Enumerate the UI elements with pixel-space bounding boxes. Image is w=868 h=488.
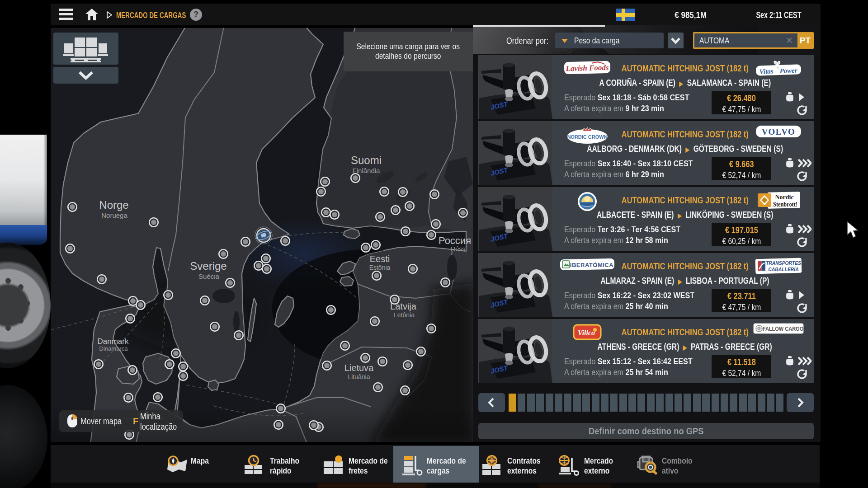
svg-text:CABALLERÍA: CABALLERÍA (768, 266, 798, 272)
svg-text:TRANSPORTES: TRANSPORTES (766, 260, 802, 266)
svg-text:Noruega: Noruega (101, 211, 127, 219)
svg-text:FALLOW CARGO: FALLOW CARGO (763, 325, 803, 332)
svg-text:Stenbrott!: Stenbrott! (773, 201, 797, 208)
svg-text:Finlândia: Finlândia (353, 167, 381, 174)
svg-text:Suomi: Suomi (351, 154, 382, 166)
svg-text:Nordic: Nordic (775, 194, 793, 201)
svg-text:Rúss: Rúss (451, 245, 465, 253)
svg-text:Power: Power (779, 67, 797, 75)
svg-text:Letônia: Letônia (394, 311, 415, 319)
svg-text:Dinamarca: Dinamarca (99, 345, 128, 352)
svg-text:Lietuva: Lietuva (344, 363, 374, 373)
svg-text:Vitas: Vitas (759, 67, 774, 75)
svg-text:Sverige: Sverige (190, 260, 226, 272)
svg-text:Suécia: Suécia (198, 272, 220, 280)
svg-text:Eesti: Eesti (370, 254, 390, 264)
svg-text:Россия: Россия (439, 235, 471, 246)
svg-text:Lituânia: Lituânia (348, 373, 370, 380)
svg-text:Danmark: Danmark (98, 337, 129, 346)
svg-text:Latvija: Latvija (390, 301, 417, 311)
svg-text:Norge: Norge (99, 199, 128, 211)
svg-text:Estônia: Estônia (369, 264, 391, 271)
svg-text:VOLVO: VOLVO (762, 127, 796, 136)
